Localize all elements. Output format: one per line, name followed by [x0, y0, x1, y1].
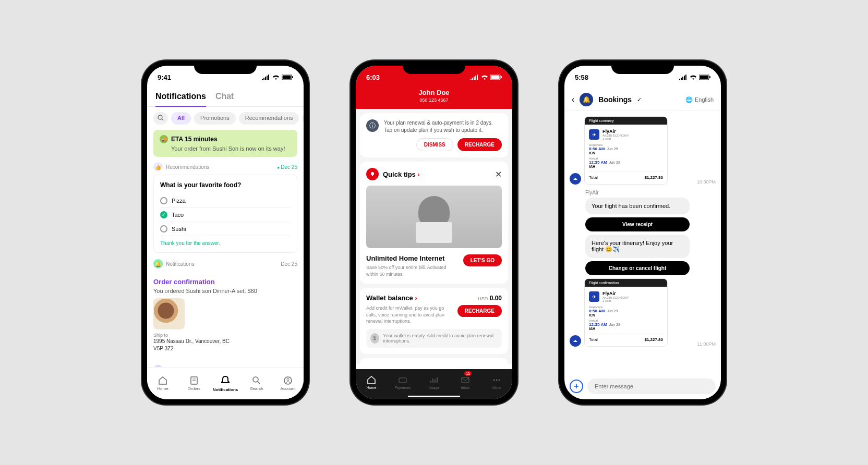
poll-option-pizza[interactable]: Pizza	[160, 194, 291, 208]
nav-home[interactable]: Home	[147, 368, 178, 399]
verified-icon: ✓	[637, 96, 642, 103]
svg-rect-1	[283, 76, 291, 79]
seat-count: 1 seat	[602, 299, 629, 302]
phone-telecom-app: 6:03 John Doe 058 123 4567 ⓘ Your plan r…	[351, 60, 517, 405]
poll-option-sushi[interactable]: Sushi	[160, 222, 291, 236]
eta-banner[interactable]: 🚚ETA 15 minutes Your order from Sushi So…	[153, 130, 297, 157]
tab-notifications[interactable]: Notifications	[155, 89, 206, 106]
change-cancel-button[interactable]: Change or cancel flight	[585, 261, 690, 275]
ship-address-line1: 1995 Nassau Dr., Vancouver, BC	[153, 338, 297, 345]
promo-image	[366, 186, 502, 248]
search-icon[interactable]	[153, 112, 168, 125]
airline-logo-icon: ✈	[589, 129, 599, 140]
nav-inbox[interactable]: 11Inbox	[450, 369, 481, 395]
top-tabs: Notifications Chat	[147, 89, 304, 107]
svg-rect-24	[709, 76, 710, 78]
radio-unchecked-icon	[160, 197, 167, 204]
chip-recommendations[interactable]: Recommendations	[239, 112, 299, 125]
thumbs-up-icon: 👍	[153, 162, 163, 172]
arr-code: IAH	[589, 327, 663, 331]
sender-name: FlyAir	[585, 190, 716, 195]
chat-scroll[interactable]: Flight summary ✈ FlyAirAK280 ECONOMY1 se…	[564, 111, 721, 374]
chip-announcements[interactable]: Ann	[302, 112, 304, 125]
promo-subtitle: Save 50% off your entire bill. Activated…	[366, 264, 450, 277]
recharge-button[interactable]: RECHARGE	[457, 138, 502, 151]
message-input[interactable]	[587, 378, 716, 394]
bot-avatar-icon	[570, 335, 581, 347]
nav-home[interactable]: Home	[356, 369, 387, 395]
filter-chips: All Promotions Recommendations Ann	[147, 107, 304, 130]
nav-search[interactable]: Search	[241, 368, 272, 399]
user-phone: 058 123 4567	[356, 97, 512, 103]
renewal-alert-card: ⓘ Your plan renewal & auto-payment is in…	[360, 113, 508, 157]
account-icon	[283, 376, 293, 385]
status-time: 9:41	[158, 74, 171, 81]
add-attachment-button[interactable]: +	[570, 380, 583, 393]
total-label: Total	[589, 337, 598, 342]
globe-icon: 🌐	[685, 96, 693, 103]
bottom-nav: Home Payments Usage 11Inbox More	[356, 369, 512, 399]
home-indicator	[408, 396, 460, 397]
content-scroll[interactable]: ⓘ Your plan renewal & auto-payment is in…	[356, 109, 512, 364]
order-card[interactable]: Order confirmation You ordered Sushi son…	[153, 272, 297, 359]
order-subtitle: You ordered Sushi son Dinner-A set. $60	[153, 288, 297, 294]
svg-point-19	[493, 379, 495, 381]
dismiss-button[interactable]: DISMISS	[416, 138, 453, 151]
inbox-icon	[461, 375, 470, 385]
svg-point-15	[371, 172, 374, 175]
flight-confirmation-card[interactable]: Flight confirmation ✈ FlyAirAK280 ECONOM…	[584, 278, 668, 347]
nav-orders[interactable]: Orders	[178, 368, 210, 399]
airline-name: FlyAir	[602, 129, 629, 134]
nav-account[interactable]: Account	[272, 368, 304, 399]
ship-label: Ship to	[153, 333, 297, 338]
arr-date: Jun 29	[609, 323, 620, 326]
rec-label: Recommendations	[166, 164, 274, 170]
chip-promotions[interactable]: Promotions	[194, 112, 236, 125]
tab-chat[interactable]: Chat	[215, 89, 234, 106]
nav-notifications[interactable]: Notifications	[210, 368, 241, 399]
tips-title[interactable]: Quick tips ›	[383, 170, 491, 178]
close-icon[interactable]: ✕	[495, 169, 502, 179]
arr-time: 12:35 AM	[589, 322, 607, 327]
bell-icon	[220, 375, 231, 386]
wallet-title[interactable]: Wallet balance ›	[366, 294, 417, 302]
nav-usage[interactable]: Usage	[418, 369, 450, 395]
plan-card[interactable]: Your plan USD 35.00	[360, 358, 508, 364]
arr-time: 12:35 AM	[589, 160, 607, 165]
bottom-nav: Home Orders Notifications Search Account	[147, 367, 304, 399]
order-title: Order confirmation	[153, 278, 297, 286]
status-icons	[471, 75, 502, 80]
svg-point-20	[496, 379, 498, 381]
svg-point-3	[158, 115, 162, 119]
alert-text: Your plan renewal & auto-payment is in 2…	[384, 119, 502, 134]
total-label: Total	[589, 175, 598, 180]
total-amount: $1,227.80	[644, 175, 663, 180]
nav-more[interactable]: More	[481, 369, 512, 395]
bot-avatar-icon	[570, 173, 581, 185]
user-header: John Doe 058 123 4567	[356, 89, 512, 109]
nav-payments[interactable]: Payments	[387, 369, 418, 395]
dep-time: 8:50 AM	[589, 146, 605, 151]
radio-unchecked-icon	[160, 225, 167, 232]
phone-bookings-app: 5:58 ‹ 🔔 Bookings ✓ 🌐English Flight summ…	[559, 60, 726, 405]
flight-summary-card[interactable]: Flight summary ✈ FlyAirAK280 ECONOMY1 se…	[584, 116, 668, 185]
content-scroll[interactable]: 🚚ETA 15 minutes Your order from Sushi So…	[147, 130, 304, 375]
poll-thanks: Thank you for the answer.	[160, 240, 291, 246]
back-icon[interactable]: ‹	[572, 95, 574, 104]
language-selector[interactable]: 🌐English	[685, 96, 714, 103]
card-header: Flight confirmation	[585, 279, 667, 287]
recommendations-section: 👍 Recommendations Dec 25 What is your fa…	[153, 162, 297, 253]
eta-subtitle: Your order from Sushi Son is now on its …	[171, 145, 291, 152]
lets-go-button[interactable]: LET'S GO	[463, 254, 502, 266]
wallet-recharge-button[interactable]: RECHARGE	[457, 305, 502, 317]
home-icon	[158, 376, 167, 385]
view-receipt-button[interactable]: View receipt	[585, 217, 690, 231]
wallet-empty-notice: $ Your wallet is empty. Add credit to av…	[366, 329, 502, 348]
payments-icon	[398, 375, 407, 385]
status-time: 6:03	[366, 74, 380, 81]
dep-code: ICN	[589, 313, 663, 317]
poll-option-taco[interactable]: Taco	[160, 208, 291, 222]
home-icon	[367, 375, 376, 385]
status-icons	[679, 75, 710, 80]
chip-all[interactable]: All	[171, 112, 191, 125]
